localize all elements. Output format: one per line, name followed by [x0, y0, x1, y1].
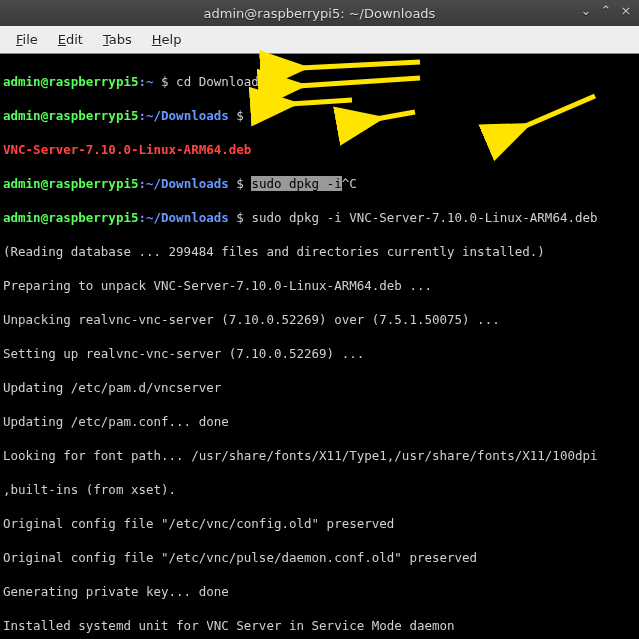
term-output: Generating private key... done	[3, 583, 636, 600]
term-output: Original config file "/etc/vnc/config.ol…	[3, 515, 636, 532]
menu-tabs[interactable]: Tabs	[93, 28, 142, 51]
command-ls: ls	[251, 108, 266, 123]
terminal-area[interactable]: admin@raspberrypi5:~ $ cd Downloads admi…	[0, 54, 639, 639]
term-output: ,built-ins (from xset).	[3, 481, 636, 498]
menu-edit[interactable]: Edit	[48, 28, 93, 51]
command-dpkg: sudo dpkg -i VNC-Server-7.10.0-Linux-ARM…	[251, 210, 597, 225]
menu-file[interactable]: File	[6, 28, 48, 51]
term-line: admin@raspberrypi5:~ $ cd Downloads	[3, 73, 636, 90]
prompt-user-host: admin@raspberrypi5	[3, 74, 138, 89]
menu-help[interactable]: Help	[142, 28, 192, 51]
term-output: Looking for font path... /usr/share/font…	[3, 447, 636, 464]
term-line: admin@raspberrypi5:~/Downloads $ sudo dp…	[3, 209, 636, 226]
file-listing: VNC-Server-7.10.0-Linux-ARM64.deb	[3, 142, 251, 157]
selected-text: sudo dpkg -i	[251, 176, 341, 191]
term-line: VNC-Server-7.10.0-Linux-ARM64.deb	[3, 141, 636, 158]
menu-bar: File Edit Tabs Help	[0, 26, 639, 54]
term-output: Setting up realvnc-vnc-server (7.10.0.52…	[3, 345, 636, 362]
term-output: Unpacking realvnc-vnc-server (7.10.0.522…	[3, 311, 636, 328]
minimize-icon[interactable]: ⌄	[579, 3, 593, 18]
term-output: Updating /etc/pam.conf... done	[3, 413, 636, 430]
maximize-icon[interactable]: ⌃	[599, 3, 613, 18]
term-line: admin@raspberrypi5:~/Downloads $ sudo dp…	[3, 175, 636, 192]
term-output: Preparing to unpack VNC-Server-7.10.0-Li…	[3, 277, 636, 294]
term-output: (Reading database ... 299484 files and d…	[3, 243, 636, 260]
term-output: Installed systemd unit for VNC Server in…	[3, 617, 636, 634]
window-controls: ⌄ ⌃ ×	[579, 3, 633, 18]
term-line: admin@raspberrypi5:~/Downloads $ ls	[3, 107, 636, 124]
term-output: Original config file "/etc/vnc/pulse/dae…	[3, 549, 636, 566]
window-titlebar: admin@raspberrypi5: ~/Downloads ⌄ ⌃ ×	[0, 0, 639, 26]
close-icon[interactable]: ×	[619, 3, 633, 18]
command-cd: cd Downloads	[176, 74, 266, 89]
window-title: admin@raspberrypi5: ~/Downloads	[204, 6, 436, 21]
term-output: Updating /etc/pam.d/vncserver	[3, 379, 636, 396]
